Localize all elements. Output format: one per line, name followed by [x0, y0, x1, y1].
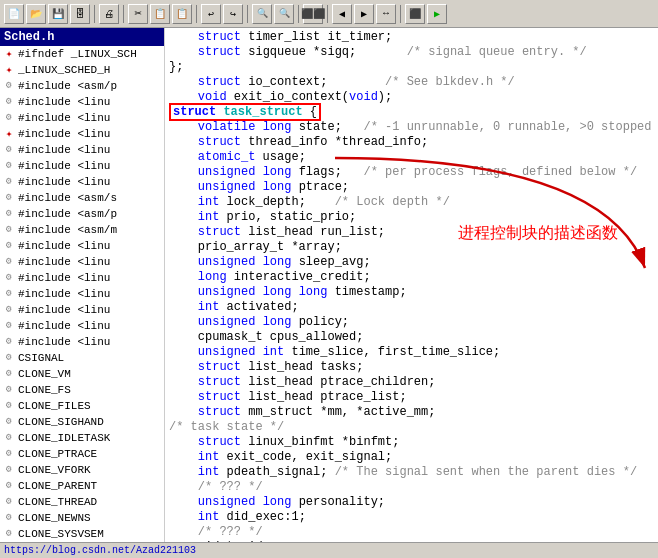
code-line: unsigned long policy; — [169, 315, 654, 330]
code-line: prio_array_t *array; — [169, 240, 654, 255]
gear-icon: ⚙ — [2, 447, 16, 461]
sidebar-item[interactable]: ⚙#include <linu — [0, 174, 164, 190]
gear-icon: ⚙ — [2, 383, 16, 397]
gear-icon: ⚙ — [2, 287, 16, 301]
sidebar-item[interactable]: ⚙#include <linu — [0, 270, 164, 286]
sidebar-item[interactable]: ✦#include <linu — [0, 126, 164, 142]
code-line: struct list_head ptrace_list; — [169, 390, 654, 405]
sidebar-item[interactable]: ⚙CLONE_FILES — [0, 398, 164, 414]
sidebar-item[interactable]: ⚙CLONE_SIGHAND — [0, 414, 164, 430]
sidebar-item-label: CSIGNAL — [18, 350, 64, 366]
sidebar-item[interactable]: ⚙#include <asm/p — [0, 206, 164, 222]
code-line: unsigned long long timestamp; — [169, 285, 654, 300]
code-line: atomic_t usage; — [169, 150, 654, 165]
redo-button[interactable]: ↪ — [223, 4, 243, 24]
gear-icon: ⚙ — [2, 415, 16, 429]
code-line: struct timer_list it_timer; — [169, 30, 654, 45]
sidebar: Sched.h ✦#ifndef _LINUX_SCH✦_LINUX_SCHED… — [0, 28, 165, 542]
sidebar-item-label: #include <linu — [18, 158, 110, 174]
run-button[interactable]: ▶ — [427, 4, 447, 24]
gear-icon: ⚙ — [2, 399, 16, 413]
gear-icon: ⚙ — [2, 143, 16, 157]
gear-icon: ⚙ — [2, 479, 16, 493]
copy-button[interactable]: 📋 — [150, 4, 170, 24]
code-line: struct sigqueue *sigq; /* signal queue e… — [169, 45, 654, 60]
print-button[interactable]: 🖨 — [99, 4, 119, 24]
sidebar-item[interactable]: ⚙#include <linu — [0, 286, 164, 302]
sidebar-item[interactable]: ⚙CSIGNAL — [0, 350, 164, 366]
code-line: unsigned int time_slice, first_time_slic… — [169, 345, 654, 360]
gear-icon: ⚙ — [2, 175, 16, 189]
gear-icon: ⚙ — [2, 511, 16, 525]
sidebar-item[interactable]: ⚙CLONE_PTRACE — [0, 446, 164, 462]
sidebar-item-label: #include <linu — [18, 318, 110, 334]
sidebar-item-label: #include <linu — [18, 270, 110, 286]
sidebar-item[interactable]: ⚙#include <linu — [0, 142, 164, 158]
code-area[interactable]: struct timer_list it_timer; struct sigqu… — [165, 28, 658, 542]
sidebar-item[interactable]: ⚙CLONE_SYSVSEM — [0, 526, 164, 542]
open-button[interactable]: 📂 — [26, 4, 46, 24]
sidebar-item[interactable]: ⚙#include <asm/s — [0, 190, 164, 206]
code-line: int prio, static_prio; — [169, 210, 654, 225]
sidebar-item-label: #include <linu — [18, 142, 110, 158]
save-button[interactable]: 💾 — [48, 4, 68, 24]
sidebar-item[interactable]: ⚙#include <linu — [0, 302, 164, 318]
sidebar-item[interactable]: ⚙#include <linu — [0, 254, 164, 270]
sidebar-item[interactable]: ⚙CLONE_PARENT — [0, 478, 164, 494]
error-icon: ✦ — [2, 63, 16, 77]
code-line: /* ??? */ — [169, 480, 654, 495]
sidebar-item-label: #ifndef _LINUX_SCH — [18, 46, 137, 62]
sidebar-item-label: #include <asm/p — [18, 78, 117, 94]
sep6 — [327, 5, 328, 23]
sidebar-item-label: CLONE_NEWNS — [18, 510, 91, 526]
gear-icon: ⚙ — [2, 223, 16, 237]
sidebar-item[interactable]: ✦#ifndef _LINUX_SCH — [0, 46, 164, 62]
sync-button[interactable]: ↔ — [376, 4, 396, 24]
find-button[interactable]: 🔍 — [252, 4, 272, 24]
code-line: struct task_struct { — [169, 105, 654, 120]
gear-icon: ⚙ — [2, 159, 16, 173]
sidebar-item[interactable]: ⚙#include <asm/m — [0, 222, 164, 238]
sidebar-item[interactable]: ⚙CLONE_THREAD — [0, 494, 164, 510]
sidebar-item[interactable]: ⚙#include <linu — [0, 158, 164, 174]
sidebar-item[interactable]: ⚙CLONE_VM — [0, 366, 164, 382]
sidebar-item[interactable]: ⚙#include <asm/p — [0, 78, 164, 94]
sidebar-item[interactable]: ⚙#include <linu — [0, 334, 164, 350]
undo-button[interactable]: ↩ — [201, 4, 221, 24]
sidebar-item[interactable]: ✦_LINUX_SCHED_H — [0, 62, 164, 78]
sidebar-item[interactable]: ⚙#include <linu — [0, 318, 164, 334]
save-all-button[interactable]: 🗄 — [70, 4, 90, 24]
sidebar-item-label: CLONE_VM — [18, 366, 71, 382]
sidebar-item[interactable]: ⚙CLONE_IDLETASK — [0, 430, 164, 446]
url-text: https://blog.csdn.net/Azad221103 — [4, 545, 196, 556]
prev-button[interactable]: ◀ — [332, 4, 352, 24]
code-line: struct linux_binfmt *binfmt; — [169, 435, 654, 450]
next-button[interactable]: ▶ — [354, 4, 374, 24]
code-line: unsigned long personality; — [169, 495, 654, 510]
gear-icon: ⚙ — [2, 495, 16, 509]
sidebar-item[interactable]: ⚙CLONE_FS — [0, 382, 164, 398]
sidebar-item-label: _LINUX_SCHED_H — [18, 62, 110, 78]
sidebar-item[interactable]: ⚙#include <linu — [0, 238, 164, 254]
gear-icon: ⚙ — [2, 463, 16, 477]
sep1 — [94, 5, 95, 23]
error-icon: ✦ — [2, 127, 16, 141]
code-line: pid_t pid; — [169, 540, 654, 542]
bookmark-button[interactable]: ⬛⬛ — [303, 4, 323, 24]
stop-button[interactable]: ⬛ — [405, 4, 425, 24]
new-file-button[interactable]: 📄 — [4, 4, 24, 24]
sidebar-item-label: CLONE_PARENT — [18, 478, 97, 494]
gear-icon: ⚙ — [2, 207, 16, 221]
gear-icon: ⚙ — [2, 271, 16, 285]
sidebar-item[interactable]: ⚙CLONE_VFORK — [0, 462, 164, 478]
gear-icon: ⚙ — [2, 255, 16, 269]
sep4 — [247, 5, 248, 23]
code-line: unsigned long ptrace; — [169, 180, 654, 195]
code-line: int lock_depth; /* Lock depth */ — [169, 195, 654, 210]
sidebar-item[interactable]: ⚙CLONE_NEWNS — [0, 510, 164, 526]
sidebar-item[interactable]: ⚙#include <linu — [0, 110, 164, 126]
paste-button[interactable]: 📋 — [172, 4, 192, 24]
find-next-button[interactable]: 🔍 — [274, 4, 294, 24]
cut-button[interactable]: ✂ — [128, 4, 148, 24]
sidebar-item[interactable]: ⚙#include <linu — [0, 94, 164, 110]
